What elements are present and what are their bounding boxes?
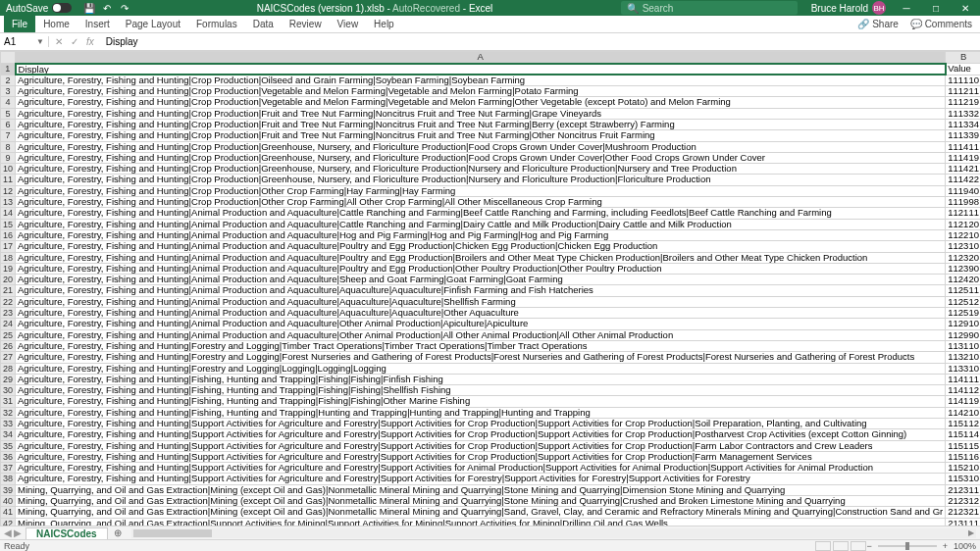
cell[interactable]: Agriculture, Forestry, Fishing and Hunti…: [16, 451, 946, 462]
row-header[interactable]: 21: [1, 285, 16, 296]
cell[interactable]: Agriculture, Forestry, Fishing and Hunti…: [16, 275, 946, 285]
horizontal-scrollbar[interactable]: ◀ ▶: [131, 528, 976, 538]
row-header[interactable]: 14: [1, 208, 16, 219]
cell[interactable]: 112210: [946, 229, 980, 240]
cell[interactable]: Agriculture, Forestry, Fishing and Hunti…: [16, 164, 946, 175]
row-header[interactable]: 36: [1, 451, 16, 462]
row-header[interactable]: 40: [1, 496, 16, 507]
fx-icon[interactable]: fx: [86, 36, 94, 47]
cell[interactable]: 111334: [946, 119, 980, 129]
row-header[interactable]: 29: [1, 374, 16, 384]
cell[interactable]: Agriculture, Forestry, Fishing and Hunti…: [16, 407, 946, 418]
enter-formula-icon[interactable]: ✓: [71, 36, 78, 47]
cell[interactable]: 112512: [946, 296, 980, 307]
cell[interactable]: 115310: [946, 474, 980, 484]
row-header[interactable]: 39: [1, 484, 16, 495]
cell[interactable]: 113210: [946, 352, 980, 363]
cell[interactable]: Agriculture, Forestry, Fishing and Hunti…: [16, 197, 946, 208]
cell[interactable]: 111211: [946, 86, 980, 97]
cell[interactable]: 212311: [946, 484, 980, 495]
cell[interactable]: 114111: [946, 374, 980, 384]
row-header[interactable]: 12: [1, 185, 16, 196]
row-header[interactable]: 28: [1, 363, 16, 374]
cell[interactable]: 111332: [946, 108, 980, 119]
cell[interactable]: 112910: [946, 319, 980, 329]
row-header[interactable]: 8: [1, 141, 16, 152]
cell[interactable]: 113310: [946, 363, 980, 374]
row-header[interactable]: 16: [1, 229, 16, 240]
share-button[interactable]: 🔗 Share: [857, 19, 898, 29]
tab-view[interactable]: View: [330, 16, 367, 32]
cell[interactable]: Agriculture, Forestry, Fishing and Hunti…: [16, 474, 946, 484]
cell[interactable]: Agriculture, Forestry, Fishing and Hunti…: [16, 263, 946, 274]
cell[interactable]: 112310: [946, 241, 980, 252]
cell[interactable]: Agriculture, Forestry, Fishing and Hunti…: [16, 219, 946, 229]
normal-view-icon[interactable]: [815, 541, 831, 551]
cell[interactable]: Agriculture, Forestry, Fishing and Hunti…: [16, 86, 946, 97]
row-header[interactable]: 33: [1, 419, 16, 429]
cell[interactable]: Agriculture, Forestry, Fishing and Hunti…: [16, 97, 946, 108]
cell[interactable]: Agriculture, Forestry, Fishing and Hunti…: [16, 152, 946, 163]
cell[interactable]: 112990: [946, 329, 980, 340]
row-header[interactable]: 34: [1, 429, 16, 440]
search-box[interactable]: 🔍 Search: [621, 1, 798, 15]
cell[interactable]: 111339: [946, 130, 980, 141]
cell[interactable]: Agriculture, Forestry, Fishing and Hunti…: [16, 385, 946, 396]
cell[interactable]: 115116: [946, 451, 980, 462]
close-button[interactable]: ✕: [951, 0, 980, 16]
cell[interactable]: 111419: [946, 152, 980, 163]
cell[interactable]: Agriculture, Forestry, Fishing and Hunti…: [16, 229, 946, 240]
cell[interactable]: 115115: [946, 440, 980, 451]
row-header[interactable]: 1: [1, 64, 16, 75]
cell[interactable]: 115112: [946, 419, 980, 429]
cell[interactable]: Agriculture, Forestry, Fishing and Hunti…: [16, 396, 946, 407]
sheet-prev-icon[interactable]: ◀: [4, 527, 12, 538]
zoom-level[interactable]: 100%: [954, 541, 976, 551]
tab-review[interactable]: Review: [282, 16, 330, 32]
cell[interactable]: Agriculture, Forestry, Fishing and Hunti…: [16, 340, 946, 351]
autosave-toggle[interactable]: AutoSave: [0, 3, 77, 14]
cell[interactable]: Agriculture, Forestry, Fishing and Hunti…: [16, 352, 946, 363]
cell[interactable]: 112511: [946, 285, 980, 296]
cell[interactable]: Mining, Quarrying, and Oil and Gas Extra…: [16, 484, 946, 495]
maximize-button[interactable]: □: [921, 0, 951, 16]
row-header[interactable]: 2: [1, 75, 16, 85]
row-header[interactable]: 37: [1, 463, 16, 474]
cell[interactable]: Agriculture, Forestry, Fishing and Hunti…: [16, 429, 946, 440]
cell[interactable]: 111998: [946, 197, 980, 208]
cell[interactable]: 112519: [946, 308, 980, 319]
cell[interactable]: 212321: [946, 507, 980, 518]
cell[interactable]: Agriculture, Forestry, Fishing and Hunti…: [16, 208, 946, 219]
row-header[interactable]: 13: [1, 197, 16, 208]
cell[interactable]: Agriculture, Forestry, Fishing and Hunti…: [16, 374, 946, 384]
comments-button[interactable]: 💬 Comments: [910, 19, 972, 29]
cell[interactable]: 111110: [946, 75, 980, 85]
row-header[interactable]: 20: [1, 275, 16, 285]
cell[interactable]: Agriculture, Forestry, Fishing and Hunti…: [16, 419, 946, 429]
cell[interactable]: Agriculture, Forestry, Fishing and Hunti…: [16, 296, 946, 307]
cell[interactable]: Agriculture, Forestry, Fishing and Hunti…: [16, 130, 946, 141]
cell[interactable]: 114119: [946, 396, 980, 407]
cell[interactable]: Agriculture, Forestry, Fishing and Hunti…: [16, 185, 946, 196]
cell[interactable]: Agriculture, Forestry, Fishing and Hunti…: [16, 285, 946, 296]
row-header[interactable]: 35: [1, 440, 16, 451]
row-header[interactable]: 23: [1, 308, 16, 319]
formula-input[interactable]: Display: [100, 36, 980, 47]
row-header[interactable]: 5: [1, 108, 16, 119]
cell[interactable]: 111411: [946, 141, 980, 152]
cell[interactable]: Agriculture, Forestry, Fishing and Hunti…: [16, 363, 946, 374]
redo-icon[interactable]: ↷: [119, 2, 130, 14]
scroll-thumb[interactable]: [133, 529, 212, 537]
cell[interactable]: 111422: [946, 175, 980, 185]
page-layout-view-icon[interactable]: [833, 541, 849, 551]
cell[interactable]: Agriculture, Forestry, Fishing and Hunti…: [16, 252, 946, 263]
save-icon[interactable]: 💾: [83, 2, 95, 14]
row-header[interactable]: 4: [1, 97, 16, 108]
cell-B1[interactable]: Value: [946, 64, 980, 75]
tab-formulas[interactable]: Formulas: [188, 16, 245, 32]
row-header[interactable]: 11: [1, 175, 16, 185]
row-header[interactable]: 6: [1, 119, 16, 129]
row-header[interactable]: 26: [1, 340, 16, 351]
tab-page-layout[interactable]: Page Layout: [118, 16, 188, 32]
row-header[interactable]: 31: [1, 396, 16, 407]
